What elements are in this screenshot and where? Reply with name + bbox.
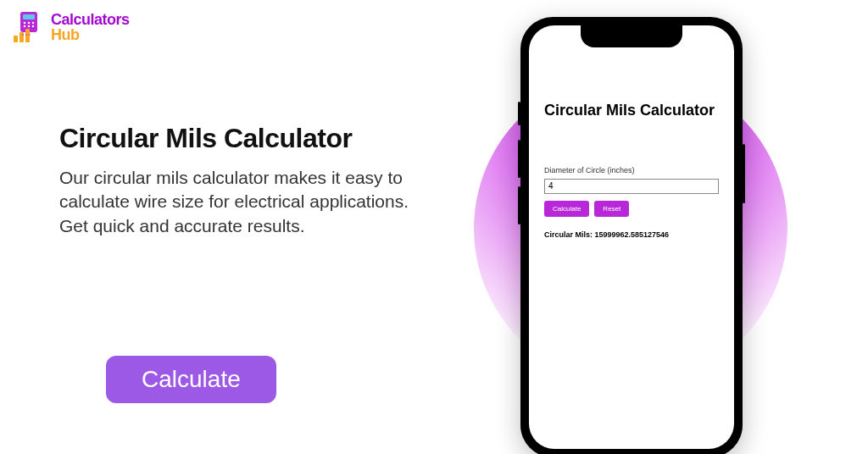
svg-point-3 [28,22,30,24]
phone-preview-area: Circular Mils Calculator Diameter of Cir… [444,0,834,454]
phone-notch [581,25,682,47]
hero-content: Circular Mils Calculator Our circular mi… [59,123,415,238]
logo-icon [12,10,46,44]
logo-text: Calculators Hub [51,12,130,42]
svg-rect-10 [25,29,30,42]
app-reset-button[interactable]: Reset [594,201,629,217]
phone-side-button [743,144,745,203]
logo-line2: Hub [51,27,130,42]
svg-point-6 [28,25,30,27]
phone-mockup: Circular Mils Calculator Diameter of Cir… [520,17,743,454]
svg-point-4 [32,22,34,24]
svg-point-13 [29,34,31,36]
diameter-label: Diameter of Circle (inches) [544,166,719,174]
brand-logo: Calculators Hub [12,10,130,44]
logo-line1: Calculators [51,12,130,27]
svg-point-2 [24,22,25,24]
result-value: 15999962.585127546 [595,230,670,239]
result-label: Circular Mils: [544,230,593,239]
button-row: Calculate Reset [544,201,719,217]
phone-side-button [518,102,520,125]
page-description: Our circular mils calculator makes it ea… [59,166,415,238]
svg-rect-8 [14,36,18,42]
app-calculate-button[interactable]: Calculate [544,201,589,217]
phone-screen: Circular Mils Calculator Diameter of Cir… [529,25,734,449]
phone-side-button [518,186,520,224]
svg-point-11 [22,34,24,36]
svg-point-7 [32,25,34,27]
svg-rect-9 [19,32,24,42]
calculate-button[interactable]: Calculate [106,356,276,403]
svg-point-12 [25,34,27,36]
app-title: Circular Mils Calculator [544,102,719,119]
diameter-input[interactable] [544,179,719,194]
svg-point-5 [24,25,25,27]
phone-side-button [518,140,520,178]
result-text: Circular Mils: 15999962.585127546 [544,230,719,239]
svg-rect-1 [23,14,35,19]
page-title: Circular Mils Calculator [59,123,415,154]
